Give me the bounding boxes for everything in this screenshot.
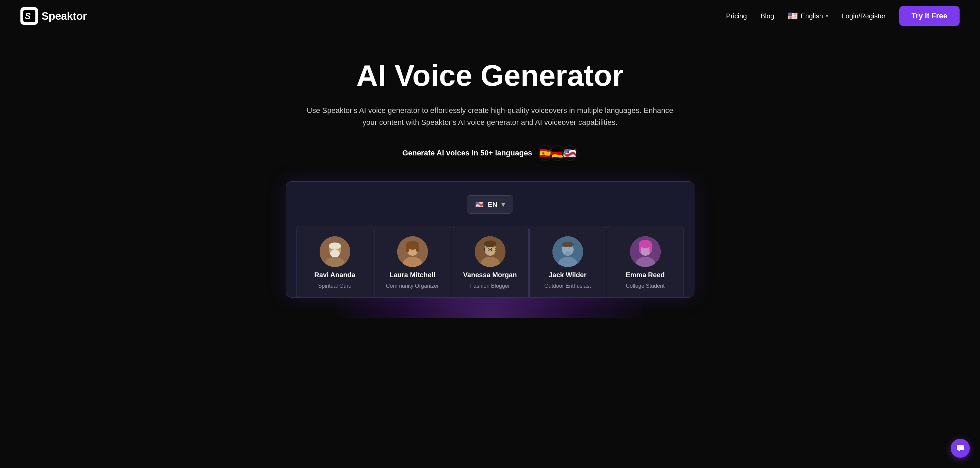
en-label: EN [488,201,497,208]
main-nav: Pricing Blog 🇺🇸 English ▾ Login/Register… [726,6,959,26]
hero-section: AI Voice Generator Use Speaktor's AI voi… [0,32,980,318]
chevron-down-icon: ▾ [826,13,828,19]
svg-point-4 [329,243,341,249]
voice-role-emma: College Student [626,283,665,289]
avatar-ravi [320,236,350,267]
header: S Speaktor Pricing Blog 🇺🇸 English ▾ Log… [0,0,980,32]
svg-point-22 [562,242,574,247]
app-window: 🇺🇸 EN ▾ [286,181,694,298]
voice-card-ravi[interactable]: Ravi Ananda Spiritual Guru [296,226,374,297]
voice-role-jack: Outdoor Enthusiast [544,283,591,289]
login-register-link[interactable]: Login/Register [842,12,886,20]
avatar-vanessa [475,236,506,267]
voice-role-ravi: Spiritual Guru [318,283,352,289]
svg-rect-10 [406,245,409,252]
nav-blog[interactable]: Blog [760,12,774,20]
svg-point-23 [565,251,571,255]
flag-us-icon: 🇺🇸 [562,145,578,161]
chat-widget[interactable] [951,439,970,458]
logo[interactable]: S Speaktor [21,7,87,25]
language-selector[interactable]: 🇺🇸 English ▾ [788,11,828,21]
voice-name-laura: Laura Mitchell [390,271,435,279]
voice-role-vanessa: Fashion Blogger [470,283,510,289]
voice-card-jack[interactable]: Jack Wilder Outdoor Enthusiast [529,226,606,297]
svg-marker-32 [958,450,960,452]
svg-rect-31 [957,445,964,450]
svg-point-15 [484,240,496,247]
en-flag-icon: 🇺🇸 [475,200,484,208]
en-language-dropdown[interactable]: 🇺🇸 EN ▾ [467,195,513,214]
en-chevron-icon: ▾ [501,200,505,208]
voice-card-vanessa[interactable]: Vanessa Morgan Fashion Blogger [452,226,529,297]
avatar-laura [397,236,428,267]
voice-name-jack: Jack Wilder [549,271,587,279]
avatar-jack [552,236,583,267]
flag-group: 🇪🇸 🇩🇪 🇺🇸 [538,145,578,161]
languages-label: Generate AI voices in 50+ languages [402,149,532,157]
voice-role-laura: Community Organizer [386,283,439,289]
chat-icon [956,444,965,453]
avatar-emma [630,236,661,267]
hero-title: AI Voice Generator [21,59,959,92]
voice-cards-row: Ravi Ananda Spiritual Guru [296,226,684,297]
voice-name-ravi: Ravi Ananda [314,271,355,279]
language-label: English [800,12,823,20]
voice-name-vanessa: Vanessa Morgan [463,271,517,279]
logo-text: Speaktor [41,10,87,22]
voice-name-emma: Emma Reed [626,271,665,279]
voice-card-emma[interactable]: Emma Reed College Student [607,226,684,297]
hero-subtitle: Use Speaktor's AI voice generator to eff… [303,105,678,128]
voice-card-laura[interactable]: Laura Mitchell Community Organizer [374,226,451,297]
flag-us-icon: 🇺🇸 [788,11,798,21]
svg-rect-29 [649,244,652,252]
languages-row: Generate AI voices in 50+ languages 🇪🇸 🇩… [21,145,959,161]
svg-point-5 [330,249,340,257]
try-it-free-button[interactable]: Try It Free [899,6,959,26]
svg-rect-11 [416,245,419,252]
svg-rect-28 [639,244,641,252]
en-dropdown-container: 🇺🇸 EN ▾ [296,195,684,214]
logo-icon: S [21,7,38,25]
app-preview: 🇺🇸 EN ▾ [286,181,694,298]
svg-text:S: S [25,11,31,21]
nav-pricing[interactable]: Pricing [726,12,747,20]
